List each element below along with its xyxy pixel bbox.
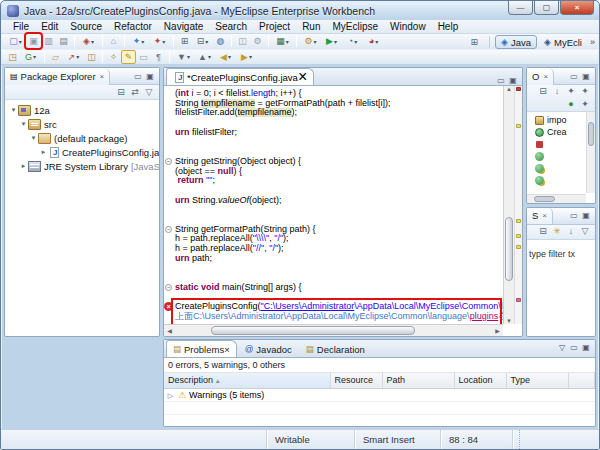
- forward-history-dropdown-icon[interactable]: ▾: [249, 53, 252, 60]
- external-tools-dropdown-icon[interactable]: ▾: [314, 38, 317, 45]
- package-explorer-close-icon[interactable]: ×: [100, 72, 105, 81]
- outline-vertical-scrollbar[interactable]: [586, 112, 595, 193]
- insert-image-button[interactable]: ▦▾: [272, 34, 293, 48]
- close-button[interactable]: ×: [560, 1, 594, 15]
- web-browser-button[interactable]: ◍: [213, 34, 228, 48]
- tree-item-default-package[interactable]: ▾(default package): [5, 131, 159, 145]
- tree-item-folder-src[interactable]: ▾src: [5, 117, 159, 131]
- vscroll-thumb[interactable]: [505, 217, 513, 281]
- menu-item-edit[interactable]: Edit: [35, 20, 64, 34]
- perspective-java[interactable]: ◈Java: [495, 35, 537, 49]
- scroll-right-icon[interactable]: ▶: [492, 325, 503, 336]
- s-view-maximize-icon[interactable]: ▣: [580, 211, 592, 220]
- run-button[interactable]: ▶▾: [321, 34, 342, 48]
- view-menu-icon[interactable]: ▽: [142, 86, 156, 99]
- back-history-button[interactable]: ◀▾: [215, 50, 236, 64]
- column-header-resource[interactable]: Resource: [330, 373, 382, 388]
- capture-screen-button[interactable]: ◫: [235, 34, 250, 48]
- external-tools-button[interactable]: ⚙▾: [300, 34, 321, 48]
- link-icon[interactable]: ✳: [550, 225, 564, 238]
- ruler-mark[interactable]: [516, 87, 521, 91]
- report-tools-button[interactable]: ⚙: [250, 34, 265, 48]
- editor-list-button[interactable]: ⊟▾: [192, 34, 213, 48]
- problems-minimize-icon[interactable]: ▭: [568, 343, 580, 352]
- import-package-button[interactable]: ◫: [84, 50, 99, 64]
- sort-icon[interactable]: ↓: [550, 85, 564, 98]
- run-as-java-dropdown-icon[interactable]: ▾: [141, 38, 144, 45]
- menu-item-myeclipse[interactable]: MyEclipse: [326, 20, 384, 34]
- mark-occurrences-button[interactable]: ✎: [121, 50, 136, 64]
- status-drag-handle[interactable]: [519, 430, 524, 449]
- ruler-mark[interactable]: [516, 234, 521, 238]
- show-selected-element-only-button[interactable]: ▭: [136, 50, 151, 64]
- outline-item[interactable]: [527, 162, 595, 174]
- ruler-mark[interactable]: [516, 124, 521, 128]
- previous-annotation-dropdown-icon[interactable]: ▾: [208, 53, 211, 60]
- next-annotation-button[interactable]: ▼▾: [173, 50, 194, 64]
- application-servers-button[interactable]: ⌂: [106, 34, 121, 48]
- editor-maximize-icon[interactable]: ▣: [507, 76, 519, 85]
- save-all-button[interactable]: ▥: [41, 34, 56, 48]
- view-menu-icon[interactable]: ▽: [578, 225, 592, 238]
- menu-item-run[interactable]: Run: [296, 20, 326, 34]
- expander-icon[interactable]: ▾: [9, 106, 18, 114]
- expander-icon[interactable]: ▸: [39, 148, 48, 156]
- ruler-mark[interactable]: [516, 219, 521, 223]
- collapse-all-icon[interactable]: ⊟: [536, 85, 550, 98]
- coverage-button[interactable]: ◔▾: [342, 34, 363, 48]
- myeclipse-deploy-button[interactable]: ◈▾: [78, 34, 99, 48]
- tab-close-icon[interactable]: ×: [224, 344, 230, 355]
- back-history-dropdown-icon[interactable]: ▾: [228, 53, 231, 60]
- problems-maximize-icon[interactable]: ▣: [580, 343, 592, 352]
- tab-javadoc[interactable]: @Javadoc: [239, 341, 298, 357]
- package-explorer-maximize-icon[interactable]: ▣: [144, 72, 156, 81]
- outline-item[interactable]: [527, 138, 595, 150]
- sort-icon[interactable]: ↓: [564, 225, 578, 238]
- last-edit-location-button[interactable]: G▾: [20, 50, 41, 64]
- outline-item[interactable]: impo: [527, 114, 595, 126]
- print-button[interactable]: ▤: [56, 34, 71, 48]
- externalize-strings-button[interactable]: ✧: [106, 50, 121, 64]
- expander-icon[interactable]: ▾: [19, 120, 28, 128]
- profile-dropdown-icon[interactable]: ▾: [375, 38, 378, 45]
- package-explorer-minimize-icon[interactable]: ▭: [132, 72, 144, 81]
- s-view-tab[interactable]: S ×: [527, 207, 553, 224]
- outline-maximize-icon[interactable]: ▣: [580, 72, 592, 81]
- type-filter-input[interactable]: [529, 249, 593, 259]
- s-view-close-icon[interactable]: ×: [542, 211, 547, 220]
- overview-ruler[interactable]: [514, 86, 522, 324]
- open-file-button[interactable]: ▱: [48, 50, 63, 64]
- scroll-down-icon[interactable]: ▼: [504, 318, 514, 324]
- new-wizard-button[interactable]: ▢▾: [5, 34, 26, 48]
- column-header-type[interactable]: Type: [506, 373, 568, 388]
- debug-as-java-dropdown-icon[interactable]: ▾: [162, 38, 165, 45]
- outline-item[interactable]: [527, 174, 595, 186]
- maximize-button[interactable]: ▢: [534, 1, 559, 15]
- hide-static-members-icon[interactable]: ✦: [578, 85, 592, 98]
- fold-collapse-icon[interactable]: −: [165, 284, 172, 291]
- problems-row-warnings[interactable]: ▷⚠Warnings (5 items): [164, 388, 595, 401]
- last-edit-location-dropdown-icon[interactable]: ▾: [33, 53, 36, 60]
- menu-item-project[interactable]: Project: [253, 20, 296, 34]
- s-view-minimize-icon[interactable]: ▭: [568, 211, 580, 220]
- menu-item-source[interactable]: Source: [64, 20, 108, 34]
- hscroll-thumb[interactable]: [211, 326, 414, 335]
- outline-tab[interactable]: O ×: [527, 68, 554, 85]
- ruler-mark[interactable]: [516, 298, 521, 302]
- collapse-all-icon[interactable]: ⊟: [114, 86, 128, 99]
- next-annotation-dropdown-icon[interactable]: ▾: [187, 53, 190, 60]
- new-java-project-button[interactable]: ◳: [5, 50, 20, 64]
- outline-item[interactable]: Crea: [527, 126, 595, 138]
- previous-annotation-button[interactable]: ▲▾: [194, 50, 215, 64]
- hide-non-public-icon[interactable]: ●: [564, 98, 578, 111]
- new-wizard-dropdown-icon[interactable]: ▾: [19, 38, 22, 45]
- show-whitespace-button[interactable]: ¶: [151, 50, 166, 64]
- expander-icon[interactable]: ▷: [166, 392, 175, 400]
- forward-history-button[interactable]: ▶▾: [236, 50, 257, 64]
- save-button[interactable]: ▣: [26, 34, 41, 48]
- tree-item-jre-system-library[interactable]: ▸JRE System Library[JavaSE-1.6: [5, 159, 159, 173]
- editor-minimize-icon[interactable]: ▭: [495, 76, 507, 85]
- link-with-editor-icon[interactable]: ⇄: [128, 86, 142, 99]
- perspective-myecli[interactable]: ◈MyEcli: [539, 35, 587, 49]
- tree-item-file-createpluginsconfig[interactable]: ▸CreatePluginsConfig.jav: [5, 145, 159, 159]
